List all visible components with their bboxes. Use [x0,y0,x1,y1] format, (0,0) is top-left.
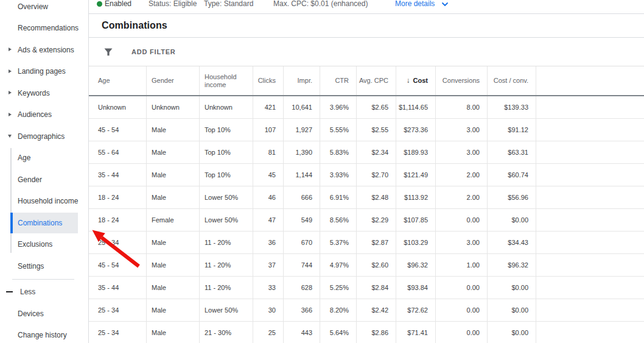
sidebar-item-overview[interactable]: Overview [0,0,78,18]
cell: Lower 50% [200,299,253,321]
cell: 0.00 [436,299,488,321]
cell: 3.93% [320,164,357,186]
cell-empty [536,119,644,141]
cell-empty [536,254,644,276]
sidebar-item-combinations[interactable]: Combinations [0,212,78,234]
cell: 1,927 [284,119,320,141]
cell: Lower 50% [200,209,253,231]
cell: 3.00 [436,119,488,141]
column-header-cost[interactable]: ↓Cost [396,66,436,95]
cell: 107 [253,119,284,141]
cell: 4.97% [320,254,357,276]
cell-empty [536,299,644,321]
cell: Male [147,186,200,208]
cell: 8.56% [320,209,357,231]
column-header-gender[interactable]: Gender [147,66,200,95]
page-title: Combinations [102,20,167,31]
cell: 5.37% [320,232,357,253]
cell: $2.70 [357,164,396,186]
more-details-link[interactable]: More details [395,0,435,8]
sidebar-item-settings[interactable]: Settings [0,255,78,277]
cell: 37 [253,254,284,276]
status-label: Status: Eligible [149,0,197,8]
cell: 0.00 [436,277,488,299]
table-row: 25 - 34Male21 - 30%254435.64%$2.86$71.41… [89,322,644,343]
sidebar-item-household-income[interactable]: Household income [0,191,78,213]
sidebar-item-label: Less [20,288,35,296]
sidebar-item-demographics[interactable]: Demographics [0,126,78,147]
cell: 25 - 34 [89,299,147,321]
cell: $103.29 [396,232,436,253]
page-header-row: Combinations [89,14,644,38]
sidebar-item-devices[interactable]: Devices [0,303,78,325]
cell: Male [147,232,200,253]
cell: $60.74 [488,164,536,186]
cell: Female [147,209,200,231]
sidebar-item-label: Keywords [18,89,50,97]
cell: 5.25% [320,277,357,299]
column-header-household-income[interactable]: Household income [200,66,253,95]
cell: 5.55% [320,119,357,141]
cell: 1,390 [284,141,320,163]
sidebar-item-less[interactable]: Less [0,281,78,303]
cell: 366 [284,299,320,321]
cell: $121.49 [396,164,436,186]
table-row: 55 - 64MaleTop 10%811,3905.83%$2.34$189.… [89,141,644,164]
cell: 47 [253,209,284,231]
cell: $2.86 [357,322,396,343]
sidebar-item-landing-pages[interactable]: Landing pages [0,61,78,83]
column-header-empty [536,66,644,95]
cell: 1.00 [436,254,488,276]
sidebar-item-label: Gender [18,175,42,184]
cell: $96.32 [396,254,436,276]
add-filter-button[interactable]: ADD FILTER [104,38,176,66]
sidebar-item-audiences[interactable]: Audiences [0,104,78,126]
cell: $0.00 [488,209,536,231]
cell: 421 [253,96,284,118]
table-row: 18 - 24MaleLower 50%466666.91%$2.48$113.… [89,186,644,209]
enabled-status-dot-icon [97,1,102,7]
cell: Top 10% [200,164,253,186]
column-header-impr[interactable]: Impr. [284,66,320,95]
table-body: UnknownUnknownUnknown42110,6413.96%$2.65… [89,96,644,343]
table-row: 45 - 54MaleTop 10%1071,9275.55%$2.55$273… [89,119,644,141]
minus-icon [6,291,13,292]
cell: Top 10% [200,119,253,141]
cell: $56.96 [488,186,536,208]
cell: 8.00 [436,96,488,118]
column-header-clicks[interactable]: Clicks [253,66,284,95]
google-ads-demographics-page: OverviewRecommendationsAds & extensionsL… [0,0,644,343]
cell: 666 [284,186,320,208]
cell: $107.85 [396,209,436,231]
column-header-age[interactable]: Age [89,66,147,95]
sidebar-item-exclusions[interactable]: Exclusions [0,234,78,256]
cell: $2.65 [357,96,396,118]
filter-bar: ADD FILTER [89,38,644,66]
cell: 10,641 [284,96,320,118]
sidebar-item-label: Landing pages [18,67,66,76]
sidebar-item-label: Demographics [18,132,65,141]
sidebar-item-label: Recommendations [18,24,79,32]
cell: $71.41 [396,322,436,343]
cell: Male [147,299,200,321]
column-header-avg-cpc[interactable]: Avg. CPC [357,66,396,95]
cell: 18 - 24 [89,186,147,208]
sidebar-item-keywords[interactable]: Keywords [0,82,78,104]
cell: $2.60 [357,254,396,276]
cell: 33 [253,277,284,299]
sidebar-item-recommendations[interactable]: Recommendations [0,18,78,40]
cell: $0.00 [488,322,536,343]
table-row: 18 - 24FemaleLower 50%475498.56%$2.29$10… [89,209,644,232]
sidebar-item-age[interactable]: Age [0,147,78,169]
column-header-ctr[interactable]: CTR [320,66,357,95]
cell: 744 [284,254,320,276]
cell: $0.00 [488,277,536,299]
column-header-conversions[interactable]: Conversions [436,66,488,95]
sidebar-item-gender[interactable]: Gender [0,169,78,191]
chevron-down-icon[interactable] [441,1,449,7]
sidebar-item-label: Settings [18,262,44,271]
cell: 0.00 [436,209,488,231]
column-header-cost-conv[interactable]: Cost / conv. [488,66,536,95]
sidebar-item-change-history[interactable]: Change history [0,325,78,343]
sidebar-item-ads-extensions[interactable]: Ads & extensions [0,39,78,61]
